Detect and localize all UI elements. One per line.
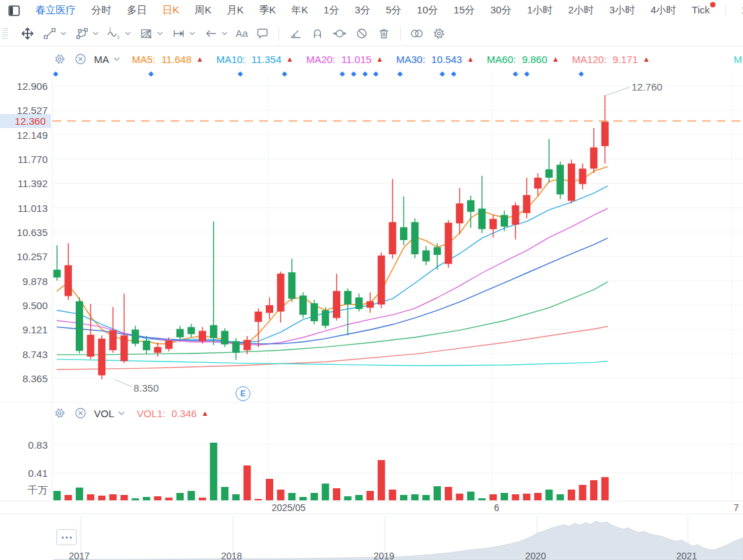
candle-body [534, 178, 542, 188]
indicator-settings-icon[interactable] [52, 406, 67, 421]
event-marker-diamond-icon[interactable]: ◆ [53, 70, 58, 77]
event-marker-diamond-icon[interactable]: ◆ [351, 70, 356, 77]
tab-4小时[interactable]: 4小时 [650, 4, 676, 17]
event-marker-diamond-icon[interactable]: ◆ [440, 70, 445, 77]
trend-line-tool-icon[interactable] [42, 26, 57, 41]
indicator-name[interactable]: VOL [94, 408, 114, 419]
event-marker-diamond-icon[interactable]: ◆ [362, 70, 368, 77]
event-marker-diamond-icon[interactable]: ◆ [524, 70, 530, 77]
event-marker-diamond-icon[interactable]: ◆ [238, 70, 243, 77]
indicator-close-icon[interactable] [73, 52, 88, 66]
grip-handle[interactable] [2, 28, 8, 39]
trading-app-window: 春立医疗 分时多日日K周K月K季K年K1分3分5分10分15分30分1小时2小时… [0, 0, 743, 560]
x-axis-label: 7 [734, 502, 739, 513]
tab-周K[interactable]: 周K [195, 4, 211, 17]
event-marker-diamond-icon[interactable]: ◆ [373, 70, 379, 77]
candle-body [299, 296, 307, 315]
volume-bar [221, 487, 228, 500]
move-tool-icon[interactable] [20, 26, 35, 41]
indicator-close-icon[interactable] [73, 406, 88, 421]
indicator-name[interactable]: MA [94, 54, 109, 65]
comment-tool-icon[interactable] [255, 26, 270, 41]
tab-5分[interactable]: 5分 [386, 4, 401, 17]
ma-value-MA60: MA60:9.860▲ [487, 54, 559, 65]
timeframe-tab-bar: 春立医疗 分时多日日K周K月K季K年K1分3分5分10分15分30分1小时2小时… [0, 0, 743, 21]
navigator-year-label: 2018 [221, 551, 242, 560]
earnings-event-badge[interactable]: E [236, 386, 250, 401]
candle-body [467, 200, 475, 211]
candle-body [87, 335, 94, 357]
candle-body [221, 331, 228, 344]
extend-line-tool-icon[interactable] [171, 26, 186, 41]
stock-name[interactable]: 春立医疗 [36, 4, 76, 17]
volume-bar [456, 494, 463, 500]
tab-10分[interactable]: 10分 [417, 4, 438, 17]
tab-年K[interactable]: 年K [291, 4, 308, 17]
chevron-down-icon[interactable] [220, 26, 228, 41]
tab-3分[interactable]: 3分 [354, 4, 370, 17]
event-marker-diamond-icon[interactable]: ◆ [340, 70, 345, 77]
toolbar-separator [400, 26, 401, 41]
candle-body [64, 265, 72, 296]
candle-body [333, 291, 340, 318]
ma-line-MA120 [57, 327, 607, 370]
continuous-draw-tool-icon[interactable] [332, 26, 347, 41]
x-axis-label: 2025/05 [272, 502, 306, 513]
navigator-minimap-area[interactable] [54, 521, 743, 560]
event-marker-diamond-icon[interactable]: ◆ [451, 70, 456, 77]
ma-value-MA30: MA30:10.543▲ [396, 54, 474, 65]
text-tool-icon[interactable]: Aa [236, 27, 248, 39]
navigator-year-label: 2019 [373, 551, 394, 560]
tab-日K[interactable]: 日K [162, 4, 179, 17]
tab-Tick[interactable]: Tick [692, 4, 710, 17]
tab-季K[interactable]: 季K [259, 4, 276, 17]
chevron-down-icon[interactable] [156, 26, 164, 41]
polyline-tool-icon[interactable] [75, 26, 89, 41]
chevron-down-icon[interactable] [91, 26, 99, 41]
up-arrow-icon: ▲ [552, 55, 559, 63]
compare-circles-tool-icon[interactable] [409, 26, 424, 41]
indicator-settings-icon[interactable] [52, 52, 67, 66]
wave-tool-icon[interactable]: 13 [107, 26, 121, 41]
chevron-down-icon[interactable] [113, 52, 121, 66]
tab-1分[interactable]: 1分 [324, 4, 339, 17]
volume-bar [54, 491, 61, 500]
truncated-indicator-label: M [734, 54, 742, 65]
volume-bar [132, 498, 139, 500]
chevron-down-icon[interactable] [123, 26, 132, 41]
tab-2小时[interactable]: 2小时 [568, 4, 594, 17]
chevron-down-icon[interactable] [188, 26, 196, 41]
arrow-left-tool-icon[interactable] [203, 26, 218, 41]
chevron-down-icon[interactable] [59, 26, 67, 41]
volume-bar [378, 460, 385, 500]
volume-axis-label: 0.83 [0, 439, 48, 451]
volume-bar [199, 498, 206, 500]
navigator-more-button[interactable] [56, 529, 77, 545]
tab-月K[interactable]: 月K [227, 4, 244, 17]
event-marker-diamond-icon[interactable]: ◆ [513, 70, 518, 77]
tab-多日[interactable]: 多日 [127, 4, 147, 17]
tab-15分[interactable]: 15分 [454, 4, 475, 17]
panel-layout-icon[interactable] [8, 5, 20, 17]
y-axis-label: 9.878 [0, 275, 48, 286]
candle-body [344, 291, 352, 304]
trash-tool-icon[interactable] [377, 26, 391, 41]
no-draw-tool-icon[interactable] [354, 26, 369, 41]
event-marker-diamond-icon[interactable]: ◆ [148, 70, 154, 77]
angle-tool-icon[interactable] [288, 26, 303, 41]
tab-1小时[interactable]: 1小时 [527, 4, 552, 17]
event-marker-diamond-icon[interactable]: ◆ [397, 70, 403, 77]
tab-分时[interactable]: 分时 [91, 4, 111, 17]
chevron-down-icon[interactable] [117, 406, 126, 421]
gann-box-tool-icon[interactable] [139, 26, 154, 41]
magnet-tool-icon[interactable] [310, 26, 325, 41]
event-marker-diamond-icon[interactable]: ◆ [282, 70, 287, 77]
y-axis-label: 10.635 [0, 227, 48, 238]
tab-30分[interactable]: 30分 [490, 4, 511, 17]
tab-3小时[interactable]: 3小时 [609, 4, 635, 17]
volume-bar [568, 490, 575, 500]
settings-gear-icon[interactable] [432, 26, 446, 41]
y-axis-label: 12.906 [0, 80, 48, 92]
candle-body [366, 301, 374, 308]
event-marker-diamond-icon[interactable]: ◆ [579, 70, 584, 77]
